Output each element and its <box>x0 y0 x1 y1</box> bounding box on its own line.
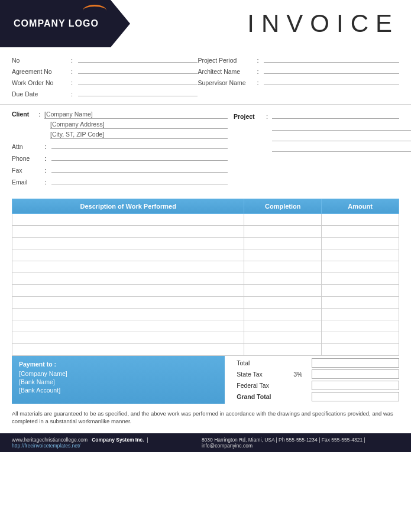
info-row-4: Due Date : <box>12 88 399 98</box>
bottom-left-text: www.heritagechristiancollege.com Company… <box>12 437 202 449</box>
fax-label: Fax <box>12 167 44 174</box>
invoice-title: INVOICE <box>247 9 399 38</box>
logo-block: COMPANY LOGO <box>0 0 130 47</box>
supervisor-value[interactable] <box>264 77 399 85</box>
client-fax-row: Fax : <box>12 164 228 174</box>
attn-value[interactable] <box>51 141 228 149</box>
total-input[interactable] <box>312 358 399 368</box>
info-row-2: Agreement No : Architect Name : <box>12 66 399 75</box>
footer-text: All materials are guaranteed to be as sp… <box>0 404 411 429</box>
bottom-bar: www.heritagechristiancollege.com Company… <box>0 433 411 452</box>
table-row[interactable] <box>12 320 399 332</box>
work-table: Description of Work Performed Completion… <box>12 199 399 356</box>
col-desc-header: Description of Work Performed <box>12 199 244 214</box>
phone-value[interactable] <box>51 153 228 161</box>
payment-bank-name: [Bank Name] <box>19 378 218 385</box>
table-row[interactable] <box>12 332 399 344</box>
table-row[interactable] <box>12 309 399 320</box>
info-no: No : <box>12 54 198 64</box>
fax-value[interactable] <box>51 164 228 173</box>
col-amt-header: Amount <box>322 199 399 214</box>
project-line-1[interactable] <box>272 111 399 119</box>
info-project-period: Project Period : <box>198 54 399 64</box>
info-row-3: Work Order No : Supervisor Name : <box>12 77 399 86</box>
grand-total-label: Grand Total <box>237 393 290 400</box>
totals-block: Total State Tax 3% Federal Tax Grand Tot… <box>225 356 399 404</box>
table-row[interactable] <box>12 273 399 285</box>
bottom-address: 8030 Harrington Rd, Miami, USA | Ph 555-… <box>202 437 399 449</box>
bottom-company: Company System Inc. <box>92 437 144 443</box>
agreement-label: Agreement No <box>12 68 71 75</box>
grand-total-row: Grand Total <box>237 392 399 401</box>
info-agreement-no: Agreement No : <box>12 66 198 75</box>
table-row[interactable] <box>12 226 399 238</box>
logo-arc-decoration <box>83 5 106 17</box>
info-due-date: Due Date : <box>12 88 198 98</box>
supervisor-label: Supervisor Name <box>198 79 257 86</box>
client-email-row: Email : <box>12 176 228 186</box>
table-row[interactable] <box>12 238 399 249</box>
total-label: Total <box>237 359 290 366</box>
state-tax-row: State Tax 3% <box>237 369 399 379</box>
table-body <box>12 214 399 356</box>
project-line-3[interactable] <box>272 133 411 141</box>
info-architect: Architect Name : <box>198 66 399 75</box>
table-header: Description of Work Performed Completion… <box>12 199 399 214</box>
client-block: Client : [Company Name] [Company Address… <box>12 111 228 188</box>
project-block: Project : <box>234 111 399 188</box>
federal-tax-label: Federal Tax <box>237 382 290 389</box>
payment-bank-account: [Bank Account] <box>19 387 218 394</box>
work-table-section: Description of Work Performed Completion… <box>0 199 411 356</box>
client-phone-row: Phone : <box>12 153 228 162</box>
col-comp-header: Completion <box>244 199 322 214</box>
invoice-title-block: INVOICE <box>130 0 411 47</box>
client-city[interactable]: [City, ST, ZIP Code] <box>50 131 228 139</box>
table-row[interactable] <box>12 297 399 309</box>
info-section: No : Project Period : Agreement No : Arc… <box>0 47 411 105</box>
email-value[interactable] <box>51 176 228 184</box>
state-tax-input[interactable] <box>312 369 399 379</box>
client-address[interactable]: [Company Address] <box>50 121 228 129</box>
payment-totals-section: Payment to : [Company Name] [Bank Name] … <box>0 356 411 404</box>
client-city-row: [City, ST, ZIP Code] <box>12 131 228 139</box>
client-attn-row: Attn : <box>12 141 228 150</box>
federal-tax-row: Federal Tax <box>237 381 399 390</box>
payment-title: Payment to : <box>19 361 218 368</box>
header: COMPANY LOGO INVOICE <box>0 0 411 47</box>
phone-label: Phone <box>12 155 44 162</box>
architect-label: Architect Name <box>198 68 257 75</box>
grand-total-input[interactable] <box>312 392 399 401</box>
no-value[interactable] <box>78 54 198 63</box>
info-supervisor: Supervisor Name : <box>198 77 399 86</box>
payment-company-name: [Company Name] <box>19 370 218 377</box>
agreement-value[interactable] <box>78 66 198 74</box>
due-date-value[interactable] <box>78 88 198 96</box>
table-row[interactable] <box>12 214 399 226</box>
state-tax-pct: 3% <box>293 371 308 378</box>
architect-value[interactable] <box>264 66 399 74</box>
logo-text: COMPANY LOGO <box>14 18 99 29</box>
table-row[interactable] <box>12 285 399 297</box>
client-main-row: Client : [Company Name] <box>12 111 228 119</box>
federal-tax-input[interactable] <box>312 381 399 390</box>
table-row[interactable] <box>12 249 399 261</box>
work-order-label: Work Order No <box>12 79 71 86</box>
table-row[interactable] <box>12 344 399 356</box>
table-row[interactable] <box>12 261 399 273</box>
info-row-1: No : Project Period : <box>12 54 399 64</box>
client-address-row: [Company Address] <box>12 121 228 129</box>
client-label: Client <box>12 111 38 118</box>
work-order-value[interactable] <box>78 77 198 85</box>
client-company-name[interactable]: [Company Name] <box>44 111 228 119</box>
attn-label: Attn <box>12 143 44 150</box>
email-label: Email <box>12 179 44 186</box>
project-line-4[interactable] <box>272 144 411 152</box>
bottom-link[interactable]: http://freeinvoicetemplates.net/ <box>12 443 80 449</box>
project-title-row: Project : <box>234 111 399 120</box>
project-line-2[interactable] <box>272 122 411 131</box>
project-period-value[interactable] <box>264 54 399 63</box>
due-date-label: Due Date <box>12 90 71 98</box>
state-tax-label: State Tax <box>237 371 290 378</box>
project-period-label: Project Period <box>198 57 257 64</box>
total-row: Total <box>237 358 399 368</box>
